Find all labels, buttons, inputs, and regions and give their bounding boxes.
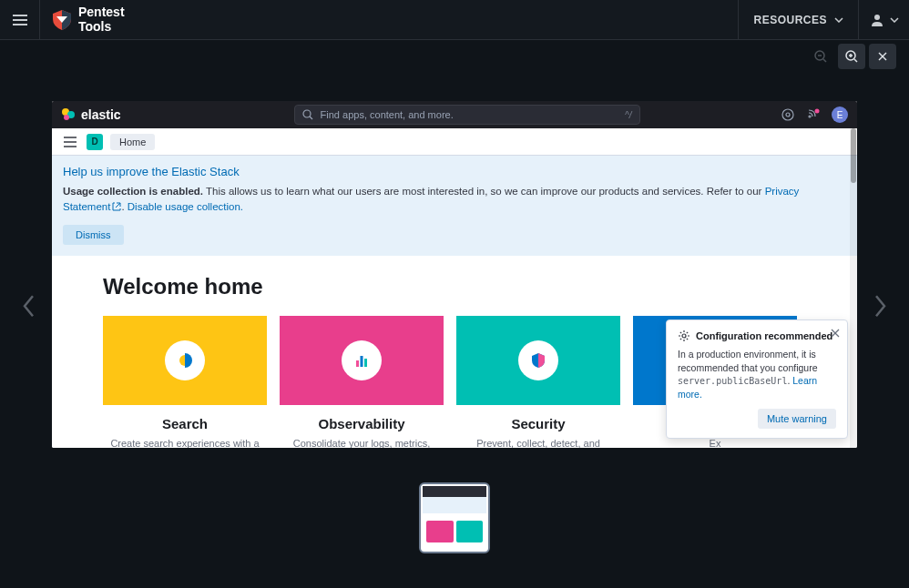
notice-strong: Usage collection is enabled. — [63, 186, 203, 197]
deployment-badge[interactable]: D — [87, 134, 103, 150]
hamburger-icon — [64, 137, 77, 147]
sub-menu-button[interactable] — [61, 133, 79, 151]
user-avatar[interactable]: E — [832, 106, 848, 123]
toast-heading: Configuration recommended — [678, 329, 836, 342]
card-desc: Consolidate your logs, metrics, applicat… — [285, 437, 438, 449]
top-nav: Pentest Tools RESOURCES — [0, 0, 909, 40]
elastic-subheader: D Home — [52, 128, 857, 156]
chevron-left-icon — [20, 292, 36, 319]
external-link-icon — [112, 202, 121, 211]
mute-warning-button[interactable]: Mute warning — [758, 409, 836, 429]
svg-point-13 — [303, 110, 311, 117]
card-security[interactable]: Security Prevent, collect, detect, and r… — [456, 316, 620, 449]
svg-rect-22 — [361, 356, 363, 367]
screenshot-frame: elastic Find apps, content, and more. ^/… — [52, 101, 857, 448]
notice-body: Usage collection is enabled. This allows… — [63, 184, 846, 216]
toast-body: In a production environment, it is recom… — [678, 348, 836, 401]
chevron-down-icon — [890, 17, 899, 23]
card-title: Observability — [285, 416, 438, 431]
menu-button[interactable] — [0, 0, 40, 40]
card-title: Search — [108, 416, 261, 431]
config-key: server.publicBaseUrl — [678, 376, 787, 386]
brand-text: Pentest Tools — [78, 5, 125, 34]
svg-point-15 — [782, 109, 793, 120]
chevron-down-icon — [834, 17, 843, 23]
brand[interactable]: Pentest Tools — [40, 5, 125, 34]
elastic-search-box[interactable]: Find apps, content, and more. ^/ — [294, 105, 640, 125]
card-observability[interactable]: Observability Consolidate your logs, met… — [280, 316, 444, 449]
close-icon — [831, 329, 840, 338]
svg-point-17 — [815, 109, 820, 114]
resources-label: RESOURCES — [753, 14, 827, 26]
user-icon — [870, 13, 884, 27]
thumbnail-preview — [423, 486, 486, 550]
user-menu[interactable] — [858, 0, 909, 39]
scrollbar-track[interactable] — [850, 128, 857, 448]
svg-point-26 — [682, 334, 686, 338]
elastic-header-right: E — [781, 106, 848, 123]
security-icon — [529, 351, 547, 370]
chevron-right-icon — [873, 292, 889, 319]
notice-banner: Help us improve the Elastic Stack Usage … — [52, 156, 857, 256]
card-icon-circle — [342, 340, 382, 380]
card-desc: Create search experiences with a refined… — [108, 437, 261, 449]
disable-collection-link[interactable]: Disable usage collection. — [128, 201, 243, 212]
card-desc: Prevent, collect, detect, and respond to… — [462, 437, 615, 449]
breadcrumb-home[interactable]: Home — [110, 134, 155, 150]
svg-point-0 — [874, 15, 880, 20]
gear-icon — [678, 329, 690, 342]
hamburger-icon — [13, 15, 27, 25]
resources-button[interactable]: RESOURCES — [738, 0, 858, 39]
card-search[interactable]: Search Create search experiences with a … — [103, 316, 267, 449]
dismiss-button[interactable]: Dismiss — [63, 225, 124, 245]
observability-icon — [352, 351, 371, 370]
elastic-logo-text: elastic — [81, 107, 121, 122]
nav-right: RESOURCES — [738, 0, 909, 39]
notice-text: This allows us to learn what our users a… — [203, 186, 765, 197]
svg-rect-23 — [364, 359, 367, 367]
nav-left: Pentest Tools — [0, 0, 125, 39]
svg-point-16 — [786, 113, 790, 117]
thumbnail-strip — [419, 482, 490, 553]
thumbnail[interactable] — [419, 482, 490, 553]
prev-button[interactable] — [20, 292, 36, 323]
config-toast: Configuration recommended In a productio… — [666, 319, 848, 439]
next-button[interactable] — [873, 292, 889, 323]
svg-point-12 — [64, 115, 69, 120]
toast-close-button[interactable] — [831, 328, 840, 340]
shield-icon — [53, 10, 71, 30]
help-icon[interactable] — [781, 107, 795, 122]
search-icon — [302, 109, 313, 120]
card-hero — [103, 316, 267, 405]
page-title: Welcome home — [103, 274, 806, 299]
card-icon-circle — [165, 340, 205, 380]
search-solution-icon — [175, 350, 195, 370]
card-hero — [280, 316, 444, 405]
svg-line-14 — [310, 117, 312, 119]
card-title: Security — [462, 416, 615, 431]
svg-rect-21 — [356, 360, 359, 367]
search-placeholder: Find apps, content, and more. — [321, 109, 454, 120]
card-hero — [456, 316, 620, 405]
newsfeed-icon[interactable] — [806, 107, 821, 122]
scrollbar-thumb[interactable] — [851, 128, 856, 183]
card-icon-circle — [518, 340, 558, 380]
notice-title[interactable]: Help us improve the Elastic Stack — [63, 165, 846, 178]
elastic-header: elastic Find apps, content, and more. ^/… — [52, 101, 857, 128]
elastic-logo-icon — [61, 107, 76, 122]
elastic-logo[interactable]: elastic — [61, 107, 121, 122]
search-shortcut: ^/ — [625, 110, 631, 120]
image-viewer: elastic Find apps, content, and more. ^/… — [0, 40, 909, 588]
